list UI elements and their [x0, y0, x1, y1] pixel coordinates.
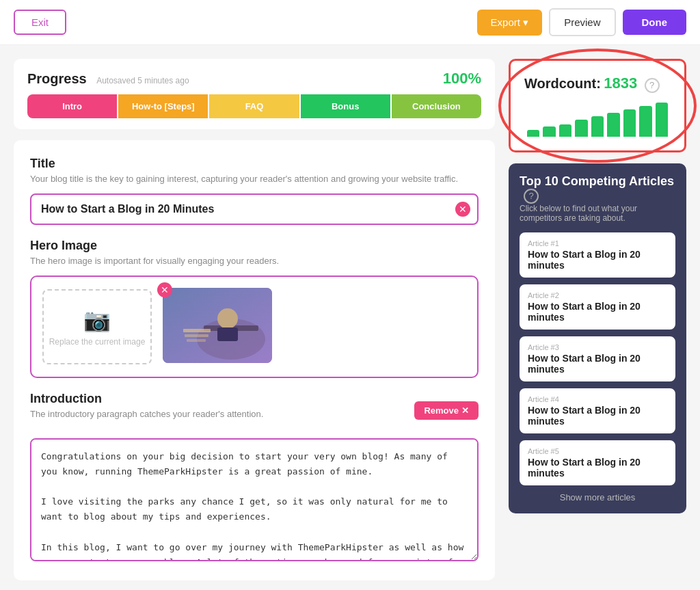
intro-section-label: Introduction	[30, 392, 263, 406]
tab-intro[interactable]: Intro	[27, 94, 117, 118]
export-button[interactable]: Export ▾	[477, 10, 543, 36]
content-area: Title Your blog title is the key to gain…	[14, 140, 495, 580]
preview-button[interactable]: Preview	[549, 8, 615, 36]
article-card-2[interactable]: Article #2 How to Start a Blog in 20 min…	[520, 284, 675, 330]
blog-image	[163, 288, 272, 363]
progress-title: Progress	[27, 71, 87, 86]
article-card-4[interactable]: Article #4 How to Start a Blog in 20 min…	[520, 388, 675, 433]
article-title-1: How to Start a Blog in 20 minutes	[528, 249, 667, 271]
left-column: Progress Autosaved 5 minutes ago 100% In…	[14, 59, 495, 580]
article-title-2: How to Start a Blog in 20 minutes	[528, 301, 667, 323]
image-placeholder[interactable]: 📷 Replace the current image	[42, 289, 152, 364]
article-num-5: Article #5	[528, 447, 667, 455]
wordcount-value: 1833	[604, 75, 637, 92]
replace-image-label: Replace the current image	[49, 337, 146, 347]
tab-bonus[interactable]: Bonus	[301, 94, 390, 118]
progress-percent: 100%	[443, 70, 481, 88]
article-card-3[interactable]: Article #3 How to Start a Blog in 20 min…	[520, 336, 675, 381]
competing-help-icon[interactable]: ?	[524, 189, 539, 204]
remove-label: Remove	[424, 405, 459, 416]
article-num-3: Article #3	[528, 343, 667, 351]
title-section: Title Your blog title is the key to gain…	[30, 157, 479, 225]
article-card-5[interactable]: Article #5 How to Start a Blog in 20 min…	[520, 440, 675, 485]
show-more-button[interactable]: Show more articles	[520, 492, 675, 502]
wordcount-card: Wordcount: 1833 ?	[509, 59, 686, 152]
tab-conclusion[interactable]: Conclusion	[392, 94, 481, 118]
svg-rect-4	[217, 327, 238, 341]
title-clear-icon[interactable]: ✕	[455, 202, 470, 217]
article-num-2: Article #2	[528, 291, 667, 299]
title-input[interactable]	[30, 193, 479, 225]
image-box: 📷 Replace the current image ✕	[30, 276, 479, 378]
remove-x-icon: ✕	[461, 405, 469, 416]
bar-1	[527, 130, 539, 137]
competing-articles-card: Top 10 Competing Articles ? Click below …	[509, 163, 686, 513]
svg-point-3	[217, 308, 238, 329]
intro-header: Introduction The introductory paragraph …	[30, 392, 479, 429]
article-num-4: Article #4	[528, 395, 667, 403]
title-section-desc: Your blog title is the key to gaining in…	[30, 174, 479, 184]
bar-3	[559, 124, 571, 137]
hero-section-desc: The hero image is important for visually…	[30, 256, 479, 266]
hero-image-section: Hero Image The hero image is important f…	[30, 239, 479, 378]
progress-title-group: Progress Autosaved 5 minutes ago	[27, 71, 189, 87]
competing-title: Top 10 Competing Articles	[520, 174, 674, 188]
bar-8	[639, 106, 651, 137]
bar-chart	[524, 103, 671, 137]
main-layout: Progress Autosaved 5 minutes ago 100% In…	[0, 45, 700, 590]
intro-textarea[interactable]	[30, 438, 479, 561]
introduction-section: Introduction The introductory paragraph …	[30, 392, 479, 564]
bar-9	[656, 103, 668, 137]
tab-howto[interactable]: How-to [Steps]	[118, 94, 208, 118]
exit-button[interactable]: Exit	[14, 10, 66, 35]
wordcount-label: Wordcount:	[524, 76, 601, 91]
title-section-label: Title	[30, 157, 479, 171]
done-button[interactable]: Done	[623, 10, 687, 35]
competing-title-row: Top 10 Competing Articles ?	[520, 174, 675, 204]
wordcount-help-icon[interactable]: ?	[645, 78, 660, 93]
remove-button[interactable]: Remove ✕	[414, 401, 479, 420]
right-sidebar: Wordcount: 1833 ? Top 10 Competing Artic…	[509, 59, 686, 580]
competing-subtitle: Click below to find out what your compet…	[520, 204, 675, 223]
article-title-4: How to Start a Blog in 20 minutes	[528, 405, 667, 427]
article-title-5: How to Start a Blog in 20 minutes	[528, 457, 667, 479]
progress-header: Progress Autosaved 5 minutes ago 100%	[27, 70, 481, 88]
article-num-1: Article #1	[528, 239, 667, 247]
bar-4	[575, 120, 587, 137]
intro-title-group: Introduction The introductory paragraph …	[30, 392, 263, 429]
autosaved-label: Autosaved 5 minutes ago	[96, 76, 189, 85]
camera-icon: 📷	[83, 307, 111, 333]
bar-7	[623, 109, 636, 137]
wordcount-row: Wordcount: 1833 ?	[524, 75, 671, 93]
intro-section-desc: The introductory paragraph catches your …	[30, 409, 263, 419]
header-actions: Export ▾ Preview Done	[477, 8, 686, 36]
bar-6	[607, 113, 619, 137]
bar-2	[543, 126, 555, 137]
tab-faq[interactable]: FAQ	[209, 94, 299, 118]
app-header: Exit Export ▾ Preview Done	[0, 0, 700, 45]
progress-tabs: Intro How-to [Steps] FAQ Bonus Conclusio…	[27, 94, 481, 118]
image-remove-icon[interactable]: ✕	[157, 282, 172, 297]
svg-rect-5	[183, 329, 211, 332]
hero-section-label: Hero Image	[30, 239, 479, 253]
svg-rect-6	[185, 334, 208, 337]
article-title-3: How to Start a Blog in 20 minutes	[528, 353, 667, 375]
title-input-wrap: ✕	[30, 193, 479, 225]
bar-5	[591, 116, 604, 137]
article-card-1[interactable]: Article #1 How to Start a Blog in 20 min…	[520, 232, 675, 278]
progress-section: Progress Autosaved 5 minutes ago 100% In…	[14, 59, 495, 129]
svg-rect-7	[187, 339, 206, 342]
uploaded-image-wrap: ✕	[163, 288, 466, 366]
